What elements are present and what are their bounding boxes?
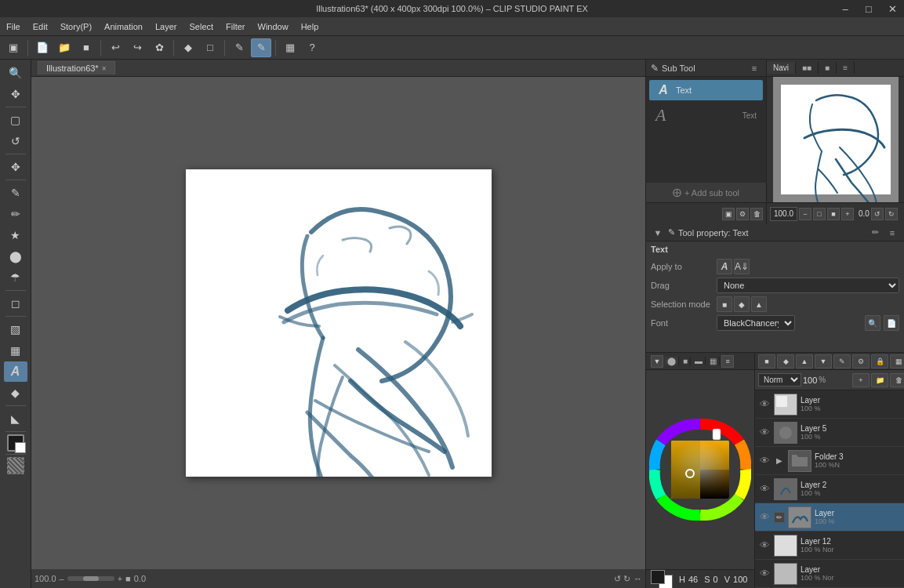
nav-zoom-fit[interactable]: □ <box>813 208 826 220</box>
tool-transform[interactable]: ✥ <box>4 157 27 177</box>
tool-prop-menu[interactable]: ≡ <box>885 226 899 240</box>
pattern-swatch[interactable] <box>7 457 24 474</box>
menu-window[interactable]: Window <box>252 17 295 35</box>
menu-story[interactable]: Story(P) <box>54 17 98 35</box>
nav-zoom-out[interactable]: − <box>799 208 811 220</box>
fg-color-swatch[interactable] <box>7 434 24 452</box>
tool-brush[interactable]: ★ <box>4 225 27 245</box>
tool-select-lasso[interactable]: ↺ <box>4 131 27 151</box>
layer-add-btn[interactable]: + <box>852 373 870 387</box>
fg-color-swatch[interactable] <box>651 570 665 584</box>
tool-ruler[interactable]: ▦ <box>4 340 27 361</box>
nav-zoom-100[interactable]: ■ <box>827 208 840 220</box>
tool-fill[interactable]: ☂ <box>4 267 27 288</box>
tool-prop-collapse[interactable]: ▼ <box>651 226 665 240</box>
layer-ctrl-1[interactable]: ■ <box>758 354 775 368</box>
tool-pen[interactable]: ✎ <box>4 183 27 203</box>
menu-edit[interactable]: Edit <box>27 17 54 35</box>
sel-mode-btn3[interactable]: ▲ <box>751 296 767 312</box>
toolbar-select2[interactable]: □ <box>200 38 220 57</box>
tool-airbrush[interactable]: ⬤ <box>4 246 27 267</box>
font-select[interactable]: BlackChancery <box>717 315 795 331</box>
nav-rotate-cw[interactable]: ↻ <box>885 208 898 220</box>
nav-tab-2[interactable]: ■■ <box>796 62 819 74</box>
layer-visibility-1[interactable]: 👁 <box>758 398 771 411</box>
font-preview-btn[interactable]: 📄 <box>884 315 899 331</box>
canvas-tab-item[interactable]: Illustration63* × <box>38 61 115 74</box>
tool-zoom[interactable]: 🔍 <box>4 63 27 83</box>
table-row[interactable]: 👁 ✏ Layer 100 % <box>755 503 904 532</box>
nav-tab-3[interactable]: ■ <box>819 62 837 74</box>
canvas-background[interactable] <box>31 77 645 569</box>
folder-expand[interactable]: ▶ <box>774 456 785 466</box>
layer-ctrl-2[interactable]: ◆ <box>777 354 794 368</box>
navigator-thumbnail[interactable] <box>767 77 904 202</box>
color-tab-rect[interactable]: ■ <box>681 357 691 365</box>
font-search-btn[interactable]: 🔍 <box>865 315 880 331</box>
apply-btn-2[interactable]: A⇓ <box>734 259 750 274</box>
nav-zoom-in[interactable]: + <box>841 208 854 220</box>
menu-layer[interactable]: Layer <box>149 17 183 35</box>
layer-visibility-3[interactable]: 👁 <box>758 455 771 467</box>
menu-select[interactable]: Select <box>183 17 220 35</box>
color-tab-set[interactable]: ▦ <box>707 357 720 365</box>
color-tab-circle[interactable]: ⬤ <box>665 357 679 365</box>
nav-tab-navi[interactable]: Navi <box>767 62 796 74</box>
layer-ctrl-8[interactable]: ▦ <box>890 354 904 368</box>
layer-ctrl-6[interactable]: ⚙ <box>852 354 870 368</box>
layer-visibility-2[interactable]: 👁 <box>758 426 771 439</box>
toolbar-pen2[interactable]: ✎ <box>251 38 271 57</box>
zoom-minus[interactable]: – <box>60 574 64 583</box>
layer-visibility-4[interactable]: 👁 <box>758 483 771 495</box>
layer-folder-btn[interactable]: 📁 <box>871 373 888 387</box>
subtool-item-text[interactable]: A Text <box>649 80 763 100</box>
color-wheel-svg[interactable] <box>649 419 751 521</box>
toolbar-command1[interactable]: ▣ <box>3 38 24 57</box>
toolbar-help[interactable]: ? <box>302 38 322 57</box>
toolbar-open[interactable]: 📁 <box>54 38 74 57</box>
sel-mode-btn2[interactable]: ◆ <box>734 296 750 312</box>
toolbar-save[interactable]: ■ <box>76 38 96 57</box>
layer-ctrl-3[interactable]: ▲ <box>796 354 813 368</box>
canvas-scrollbar-horizontal[interactable]: 100.0 – + ■ 0.0 ↺ ↻ ↔ <box>31 569 645 588</box>
flip-control[interactable]: ↔ <box>634 574 642 583</box>
toolbar-transform[interactable]: ✿ <box>149 38 169 57</box>
close-button[interactable]: ✕ <box>880 0 904 17</box>
tool-balloon[interactable]: ◆ <box>4 383 27 403</box>
canvas-tab-close[interactable]: × <box>102 64 107 73</box>
color-tab-grad[interactable]: ▬ <box>692 357 706 365</box>
toolbar-view[interactable]: ▦ <box>280 38 300 57</box>
subtool-item-text2[interactable]: A Text <box>649 100 763 130</box>
sel-mode-btn1[interactable]: ■ <box>717 296 732 312</box>
menu-animation[interactable]: Animation <box>98 17 149 35</box>
canvas-document[interactable] <box>186 169 492 477</box>
layer-visibility-5[interactable]: 👁 <box>758 511 771 524</box>
layer-delete-btn[interactable]: 🗑 <box>890 373 904 387</box>
minimize-button[interactable]: – <box>833 0 857 17</box>
layer-lock-5[interactable]: ✏ <box>774 512 785 523</box>
toolbar-undo[interactable]: ↩ <box>105 38 125 57</box>
add-subtool-btn[interactable]: ⨁ + Add sub tool <box>646 183 766 202</box>
rotate-controls[interactable]: ↺ ↻ <box>614 574 630 584</box>
tool-select-rect[interactable]: ▢ <box>4 110 27 130</box>
menu-help[interactable]: Help <box>295 17 325 35</box>
subtool-action-settings[interactable]: ⚙ <box>736 208 749 220</box>
nav-rotate-ccw[interactable]: ↺ <box>871 208 884 220</box>
tool-pencil[interactable]: ✏ <box>4 204 27 224</box>
nav-tab-4[interactable]: ≡ <box>837 62 855 74</box>
layer-ctrl-7[interactable]: 🔒 <box>871 354 888 368</box>
layer-ctrl-5[interactable]: ✎ <box>833 354 851 368</box>
toolbar-redo[interactable]: ↪ <box>127 38 147 57</box>
color-collapse[interactable]: ▼ <box>651 355 663 368</box>
toolbar-pen1[interactable]: ✎ <box>229 38 249 57</box>
color-menu[interactable]: ≡ <box>721 355 734 368</box>
subtool-action-delete[interactable]: 🗑 <box>750 208 763 220</box>
tool-eraser[interactable]: ◻ <box>4 293 27 314</box>
color-wheel-area[interactable] <box>646 370 754 569</box>
table-row[interactable]: 👁 ▶ Folder 3 100 %N <box>755 447 904 475</box>
tool-move[interactable]: ✥ <box>4 84 27 104</box>
table-row[interactable]: 👁 Layer 100 % <box>755 390 904 419</box>
tool-blend[interactable]: ◣ <box>4 408 27 429</box>
tool-text[interactable]: A <box>4 361 27 382</box>
subtool-menu-btn[interactable]: ≡ <box>747 61 761 75</box>
